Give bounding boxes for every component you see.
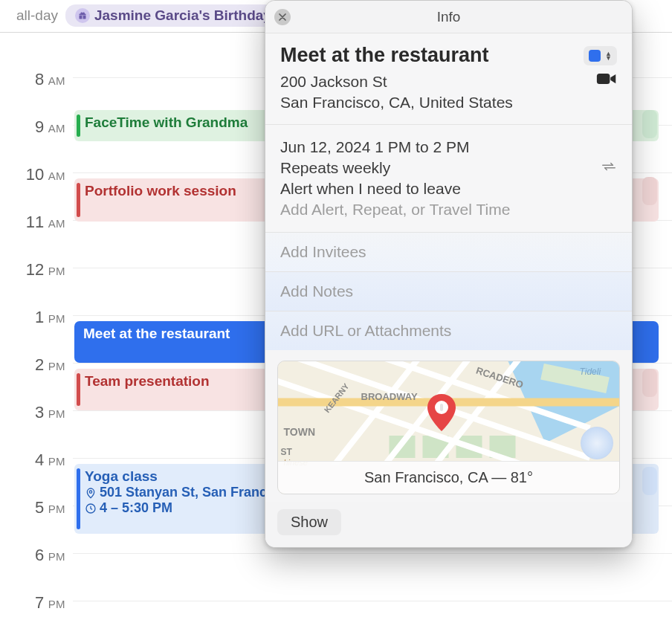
event-sliver[interactable] (642, 177, 657, 205)
event-color-bar (77, 468, 80, 529)
hour-label: 6 PM (0, 546, 73, 565)
event-title: Team presentation (85, 373, 210, 389)
event-sliver[interactable] (642, 324, 657, 352)
hour-label: 1 PM (0, 308, 73, 327)
repeats-field[interactable]: Repeats weekly (280, 159, 390, 177)
show-button[interactable]: Show (277, 509, 341, 535)
add-alert-hint[interactable]: Add Alert, Repeat, or Travel Time (280, 201, 617, 219)
hour-label: 10 AM (0, 165, 73, 184)
svg-text:Tideli: Tideli (580, 366, 601, 377)
hour-label: 7 PM (0, 593, 73, 613)
map-weather-banner: San Francisco, CA — 81° (278, 461, 619, 494)
svg-point-0 (89, 491, 91, 493)
event-color-bar (77, 373, 80, 406)
hour-label: 5 PM (0, 498, 73, 517)
title-section: Meet at the restaurant ▲▼ 200 Jackson St… (265, 33, 632, 125)
all-day-event-pill[interactable]: Jasmine Garcia's Birthday (65, 4, 281, 27)
close-button[interactable] (274, 9, 291, 25)
event-title-input[interactable]: Meet at the restaurant (280, 44, 489, 67)
popover-footer: Show (265, 502, 632, 547)
calendar-color-swatch (589, 50, 601, 62)
add-url-field[interactable]: Add URL or Attachments (265, 311, 632, 350)
hour-label: 11 AM (0, 213, 73, 232)
hour-label: 8 AM (0, 70, 73, 89)
hour-label: 2 PM (0, 355, 73, 375)
location-field[interactable]: 200 Jackson St San Francisco, CA, United… (280, 71, 513, 114)
popover-header: Info (265, 1, 632, 33)
svg-text:BROADWAY: BROADWAY (361, 391, 418, 402)
event-color-bar (77, 114, 80, 137)
video-call-button[interactable] (596, 71, 617, 89)
video-icon (596, 71, 617, 86)
event-color-bar (77, 183, 80, 217)
event-title: FaceTime with Grandma (85, 114, 248, 130)
event-title: Portfolio work session (85, 183, 236, 198)
all-day-event-title: Jasmine Garcia's Birthday (94, 7, 271, 24)
svg-text:TOWN: TOWN (284, 426, 316, 438)
repeat-icon (601, 159, 617, 177)
pin-icon (85, 487, 97, 499)
popover-title: Info (437, 9, 461, 25)
alert-field[interactable]: Alert when I need to leave (280, 180, 617, 198)
time-section: Jun 12, 2024 1 PM to 2 PM Repeats weekly… (265, 125, 632, 233)
event-sliver[interactable] (642, 110, 657, 138)
hour-label: 9 AM (0, 117, 73, 137)
svg-text:ST: ST (281, 447, 293, 457)
event-sliver[interactable] (642, 467, 657, 495)
close-icon (279, 13, 286, 21)
gift-icon (75, 8, 90, 23)
map-pin-icon (427, 394, 456, 436)
calendar-picker[interactable]: ▲▼ (584, 46, 617, 65)
svg-rect-2 (597, 74, 610, 84)
hour-label: 3 PM (0, 403, 73, 422)
add-notes-field[interactable]: Add Notes (265, 272, 632, 311)
event-info-popover: Info Meet at the restaurant ▲▼ 200 Jacks… (265, 0, 633, 548)
add-invitees-field[interactable]: Add Invitees (265, 233, 632, 272)
hour-label: 12 PM (0, 260, 73, 280)
datetime-field[interactable]: Jun 12, 2024 1 PM to 2 PM (280, 138, 617, 156)
clock-icon (85, 503, 97, 514)
chevron-updown-icon: ▲▼ (605, 51, 612, 60)
event-title: Meet at the restaurant (83, 326, 230, 341)
svg-rect-25 (440, 404, 443, 411)
hour-label: 4 PM (0, 451, 73, 470)
map-preview[interactable]: BROADWAY RCADERO KEARNY TOWN ST Tideli h… (277, 361, 620, 494)
all-day-label: all-day (16, 7, 58, 24)
compass-icon (581, 427, 613, 459)
event-sliver[interactable] (642, 369, 657, 397)
